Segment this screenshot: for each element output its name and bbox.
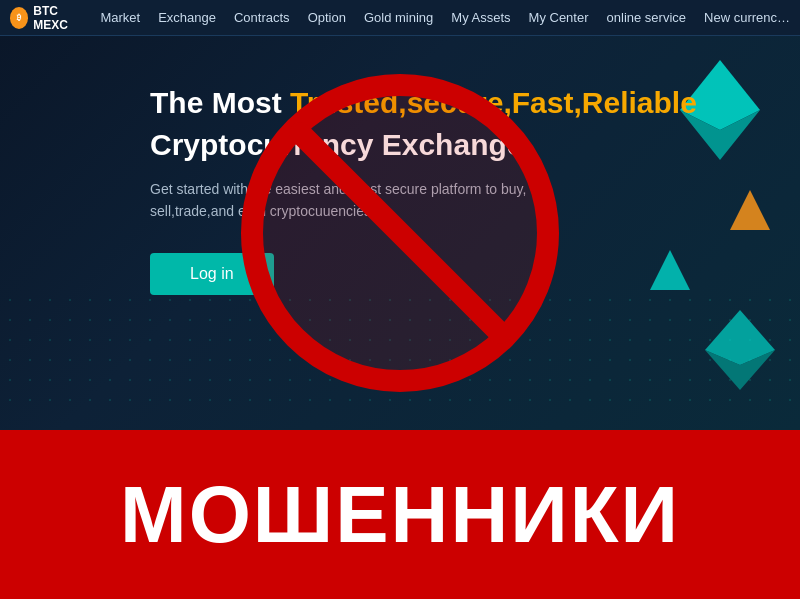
warning-section: МОШЕННИКИ (0, 430, 800, 599)
nav-item-market[interactable]: Market (100, 10, 140, 25)
logo-text: BTC MEXC (33, 4, 85, 32)
nav-item-my-center[interactable]: My Center (529, 10, 589, 25)
nav-item-new-currency[interactable]: New currenc… (704, 10, 790, 25)
hero-title-trusted: Trusted,secure,Fast,Reliable (290, 86, 697, 119)
hero-title-prefix: The Most (150, 86, 290, 119)
warning-text: МОШЕННИКИ (120, 469, 680, 561)
nav-items: Market Exchange Contracts Option Gold mi… (100, 10, 790, 25)
nav-item-online-service[interactable]: online service (607, 10, 687, 25)
login-button[interactable]: Log in (150, 253, 274, 295)
logo-icon: ₿ (10, 7, 28, 29)
hero-title-line1: The Most Trusted,secure,Fast,Reliable (150, 86, 800, 120)
navbar: ₿ BTC MEXC Market Exchange Contracts Opt… (0, 0, 800, 36)
nav-item-option[interactable]: Option (308, 10, 346, 25)
nav-item-exchange[interactable]: Exchange (158, 10, 216, 25)
website-preview: ₿ BTC MEXC Market Exchange Contracts Opt… (0, 0, 800, 430)
nav-item-contracts[interactable]: Contracts (234, 10, 290, 25)
hero-title-line2: Cryptocurrency Exchange (150, 128, 800, 162)
nav-logo: ₿ BTC MEXC (10, 4, 85, 32)
nav-item-gold-mining[interactable]: Gold mining (364, 10, 433, 25)
hero-content: The Most Trusted,secure,Fast,Reliable Cr… (0, 36, 800, 325)
hero-description: Get started with the easiest and most se… (150, 178, 570, 223)
nav-item-my-assets[interactable]: My Assets (451, 10, 510, 25)
